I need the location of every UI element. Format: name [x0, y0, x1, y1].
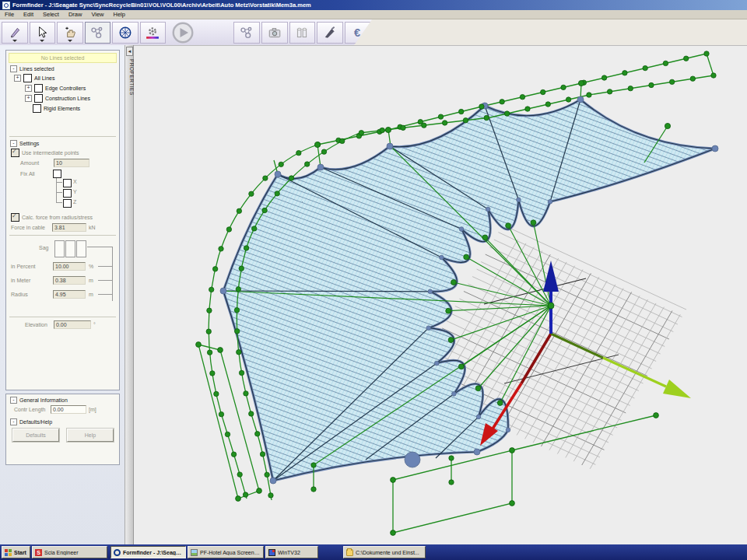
- model-viewport[interactable]: [134, 45, 747, 544]
- formfinder-window: Formfinder - J:\Seagate Sync\SyncRecycle…: [0, 0, 747, 560]
- pan-hand-button[interactable]: [57, 22, 83, 44]
- expand-plus-icon[interactable]: +: [25, 95, 32, 102]
- elevation-input[interactable]: 0.00: [54, 320, 91, 329]
- material-rolls-icon: [295, 26, 309, 40]
- task-formfinder[interactable]: Formfinder - J:\Seaga...: [110, 546, 186, 558]
- task-pf-hotel-screenshot-icon: [191, 549, 198, 556]
- menu-bar: File Edit Select Draw View Help: [0, 10, 747, 19]
- menu-file[interactable]: File: [0, 11, 19, 18]
- camera-icon: [268, 26, 282, 40]
- euro-button[interactable]: €: [345, 22, 371, 44]
- contr-length-row: Contr Length 0.00 [m]: [14, 405, 119, 414]
- fix-all-checkbox[interactable]: [53, 170, 61, 178]
- tree-item-rigid-elements[interactable]: Rigid Elements: [33, 104, 119, 113]
- menu-edit[interactable]: Edit: [19, 11, 38, 18]
- topology-nodes-icon: [240, 26, 254, 40]
- formfind-nodes-icon: [90, 26, 104, 40]
- calc-force-checkbox[interactable]: [11, 213, 19, 222]
- fix-y-checkbox[interactable]: [63, 189, 72, 198]
- general-info-box: - General Information Contr Length 0.00 …: [5, 394, 120, 465]
- amount-input[interactable]: 10: [54, 159, 89, 167]
- canvas-3d-view[interactable]: [134, 46, 747, 545]
- vitruvian-man-button[interactable]: [112, 22, 139, 44]
- rigid-elements-checkbox[interactable]: [33, 104, 41, 113]
- properties-panel: No Lines selected - Lines selected + All…: [0, 45, 124, 544]
- tree-item-edge-controllers[interactable]: + Edge Controllers: [25, 84, 119, 93]
- sag-mode-button-1[interactable]: [54, 240, 65, 257]
- force-in-cable-input[interactable]: 3.81: [52, 223, 86, 232]
- collapse-minus-icon[interactable]: -: [10, 418, 17, 425]
- sag-radius-input[interactable]: 4.95: [53, 290, 86, 299]
- task-scia-engineer[interactable]: SScia Engineer: [32, 546, 107, 558]
- play-icon: [172, 22, 194, 44]
- task-label: Formfinder - J:\Seaga...: [123, 550, 183, 555]
- task-formfinder-icon: [114, 549, 121, 556]
- dropdown-caret-icon[interactable]: [68, 40, 72, 42]
- dropdown-caret-icon[interactable]: [40, 40, 44, 42]
- menu-select[interactable]: Select: [38, 11, 64, 18]
- collapse-minus-icon[interactable]: -: [10, 65, 17, 72]
- defaults-button[interactable]: Defaults: [12, 429, 59, 442]
- properties-tab-strip[interactable]: ◄ PROPERTIES: [124, 45, 134, 544]
- camera-button[interactable]: [261, 22, 288, 44]
- task-dokumente-folder[interactable]: C:\Dokumente und Einst...: [343, 546, 426, 558]
- construction-lines-checkbox[interactable]: [34, 94, 43, 103]
- menu-help[interactable]: Help: [109, 11, 130, 18]
- settings-gear-button[interactable]: [140, 22, 167, 44]
- euro-icon: €: [350, 26, 364, 40]
- selection-status-banner: No Lines selected: [9, 53, 117, 63]
- membrane-surface[interactable]: [223, 100, 715, 481]
- expand-plus-icon[interactable]: +: [14, 75, 21, 82]
- menu-view[interactable]: View: [86, 11, 108, 18]
- toolbar: € LENZING PLASTICS SEFAR CarlStahl: [0, 19, 747, 45]
- collapse-panel-arrow-icon[interactable]: ◄: [126, 47, 133, 56]
- vitruvian-man-icon: [118, 26, 132, 40]
- app-icon: [2, 2, 10, 9]
- all-lines-checkbox[interactable]: [23, 74, 32, 82]
- sketch-pen-button[interactable]: [317, 22, 343, 44]
- properties-box: No Lines selected - Lines selected + All…: [5, 50, 120, 390]
- section-general-information[interactable]: - General Information: [10, 397, 116, 404]
- help-button[interactable]: Help: [67, 429, 114, 442]
- collapse-minus-icon[interactable]: -: [10, 397, 17, 404]
- fix-all-block: Fix All X Y Z: [20, 169, 119, 209]
- task-label: WinTV32: [278, 550, 300, 555]
- select-cursor-button[interactable]: [30, 22, 56, 44]
- expand-plus-icon[interactable]: +: [25, 85, 32, 92]
- sketch-pen-icon: [323, 26, 337, 40]
- fix-x-checkbox[interactable]: [63, 179, 72, 187]
- section-defaults-help[interactable]: - Defaults/Help: [10, 418, 116, 425]
- draw-pencil-button[interactable]: [2, 22, 28, 44]
- section-lines-selected[interactable]: - Lines selected: [10, 65, 116, 72]
- section-settings[interactable]: - Settings: [10, 140, 116, 147]
- title-bar[interactable]: Formfinder - J:\Seagate Sync\SyncRecycle…: [0, 0, 747, 10]
- windows-flag-icon: [5, 549, 12, 556]
- sag-meter-input[interactable]: 0.38: [53, 276, 86, 285]
- collapse-minus-icon[interactable]: -: [10, 140, 17, 147]
- formfind-nodes-button[interactable]: [85, 22, 111, 44]
- task-label: PF-Hotel Aqua Screensh...: [200, 550, 261, 555]
- menu-draw[interactable]: Draw: [64, 11, 87, 18]
- task-wintv32[interactable]: WinTV32: [265, 546, 318, 558]
- topology-nodes-button[interactable]: [233, 22, 260, 44]
- task-pf-hotel-screenshot[interactable]: PF-Hotel Aqua Screensh...: [188, 546, 264, 558]
- sag-mode-button-3[interactable]: [76, 240, 86, 257]
- sag-percent-input[interactable]: 10.00: [53, 262, 86, 271]
- sag-mode-button-2[interactable]: [65, 240, 75, 257]
- task-dokumente-folder-icon: [346, 549, 353, 556]
- tree-item-construction-lines[interactable]: + Construction Lines: [25, 94, 119, 103]
- play-button[interactable]: [167, 20, 198, 44]
- material-rolls-button[interactable]: [289, 22, 316, 44]
- use-intermediate-points[interactable]: Use intermediate points: [11, 149, 119, 157]
- dropdown-caret-icon[interactable]: [12, 40, 17, 42]
- contr-length-input[interactable]: 0.00: [51, 405, 86, 414]
- elevation-row: Elevation 0.00 °: [25, 320, 119, 329]
- edge-controllers-checkbox[interactable]: [34, 84, 43, 93]
- start-button[interactable]: Start: [2, 546, 30, 558]
- tree-item-all-lines[interactable]: + All Lines: [14, 74, 119, 82]
- svg-text:€: €: [354, 26, 360, 39]
- calc-force-row[interactable]: Calc. force from radius/stress: [11, 213, 119, 222]
- task-wintv32-icon: [268, 549, 275, 556]
- fix-z-checkbox[interactable]: [63, 199, 72, 208]
- use-intermediate-checkbox[interactable]: [11, 149, 19, 157]
